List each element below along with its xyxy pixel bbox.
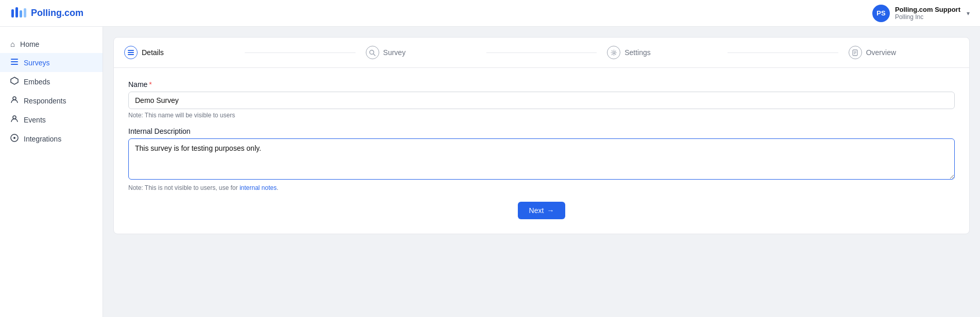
survey-step-icon	[366, 46, 379, 59]
embeds-icon	[10, 77, 19, 86]
user-menu[interactable]: PS Polling.com Support Polling Inc ▾	[872, 5, 970, 22]
content-area: Details Survey Settings	[103, 27, 980, 317]
integrations-icon	[10, 134, 19, 144]
svg-rect-0	[11, 9, 14, 17]
main-layout: ⌂ Home Surveys Embeds Respondents Even	[0, 27, 980, 317]
sidebar-item-integrations[interactable]: Integrations	[0, 129, 103, 148]
svg-point-9	[13, 116, 16, 119]
sidebar-item-embeds[interactable]: Embeds	[0, 72, 103, 91]
events-icon	[10, 115, 19, 125]
step-survey[interactable]: Survey	[356, 38, 486, 67]
svg-rect-14	[128, 54, 134, 55]
user-org: Polling Inc	[895, 13, 923, 21]
logo: Polling.com	[10, 5, 83, 22]
svg-rect-3	[24, 8, 26, 17]
svg-rect-5	[11, 61, 18, 62]
name-label: Name *	[128, 80, 955, 89]
step-details-label: Details	[142, 48, 164, 57]
settings-step-icon	[607, 46, 620, 59]
internal-notes-link[interactable]: internal notes	[240, 184, 277, 191]
svg-point-11	[13, 137, 15, 139]
step-line-1	[245, 52, 355, 53]
name-note: Note: This name will be visible to users	[128, 112, 955, 119]
surveys-icon	[10, 58, 19, 67]
steps-bar: Details Survey Settings	[114, 38, 969, 68]
sidebar-item-home[interactable]: ⌂ Home	[0, 35, 103, 53]
sidebar-item-label-events: Events	[24, 116, 46, 124]
actions: Next →	[128, 202, 955, 219]
name-input[interactable]	[128, 92, 955, 109]
home-icon: ⌂	[10, 40, 15, 48]
sidebar-item-events[interactable]: Events	[0, 110, 103, 129]
step-line-2	[486, 52, 597, 53]
sidebar-item-respondents[interactable]: Respondents	[0, 91, 103, 110]
description-label: Internal Description	[128, 127, 955, 135]
svg-rect-13	[128, 52, 134, 53]
svg-point-8	[13, 97, 16, 100]
name-field-group: Name * Note: This name will be visible t…	[128, 80, 955, 119]
step-details[interactable]: Details	[114, 38, 245, 67]
user-name: Polling.com Support	[895, 6, 960, 13]
svg-point-17	[613, 51, 615, 54]
next-button[interactable]: Next →	[518, 202, 566, 219]
sidebar: ⌂ Home Surveys Embeds Respondents Even	[0, 27, 103, 317]
sidebar-item-label-embeds: Embeds	[24, 78, 50, 86]
svg-line-16	[374, 54, 376, 56]
main-card: Details Survey Settings	[113, 37, 970, 234]
step-overview[interactable]: Overview	[838, 38, 969, 67]
sidebar-item-label-surveys: Surveys	[24, 59, 50, 67]
sidebar-item-label-respondents: Respondents	[24, 97, 66, 105]
respondents-icon	[10, 96, 19, 105]
logo-icon	[10, 5, 27, 22]
svg-rect-1	[15, 7, 18, 17]
sidebar-item-label-home: Home	[20, 40, 39, 48]
overview-step-icon	[849, 46, 862, 59]
step-settings[interactable]: Settings	[597, 38, 728, 67]
step-settings-label: Settings	[624, 48, 651, 57]
svg-rect-6	[11, 64, 18, 65]
description-note: Note: This is not visible to users, use …	[128, 184, 955, 191]
logo-text: Polling.com	[31, 8, 83, 19]
svg-marker-7	[11, 77, 18, 84]
header: Polling.com PS Polling.com Support Polli…	[0, 0, 980, 27]
step-overview-label: Overview	[866, 48, 896, 57]
details-step-icon	[124, 46, 138, 59]
svg-rect-12	[128, 50, 134, 51]
step-survey-label: Survey	[383, 48, 406, 57]
user-info: Polling.com Support Polling Inc	[895, 6, 960, 21]
sidebar-item-label-integrations: Integrations	[24, 135, 61, 143]
form-content: Name * Note: This name will be visible t…	[114, 68, 969, 234]
avatar: PS	[872, 5, 890, 22]
step-line-3	[728, 52, 838, 53]
svg-rect-4	[11, 59, 18, 60]
required-star: *	[149, 80, 151, 89]
sidebar-item-surveys[interactable]: Surveys	[0, 53, 103, 72]
svg-rect-2	[20, 10, 22, 17]
chevron-down-icon: ▾	[967, 10, 970, 17]
description-textarea[interactable]: This survey is for testing purposes only…	[128, 138, 955, 180]
description-field-group: Internal Description This survey is for …	[128, 127, 955, 191]
